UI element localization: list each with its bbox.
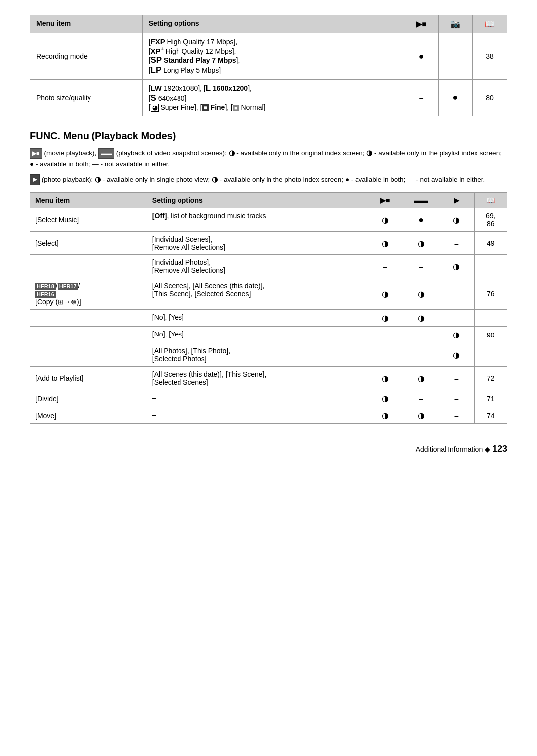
add-playlist-page: 72 bbox=[474, 367, 507, 390]
recording-mode-table: Menu item Setting options ▶■ 📷 📖 Recordi bbox=[30, 15, 507, 116]
pb-table-header-settings: Setting options bbox=[147, 193, 367, 208]
footer-diamond: ◆ bbox=[485, 445, 490, 453]
menu-item-recording-mode: Recording mode bbox=[30, 33, 143, 80]
copy-allscenes-col3: – bbox=[439, 278, 474, 310]
photo-size-page: 80 bbox=[473, 80, 507, 116]
select-scenes-col1: ◑ bbox=[367, 232, 403, 255]
recording-table-header-col1: ▶■ bbox=[404, 15, 439, 33]
menu-item-select: [Select] bbox=[30, 232, 147, 255]
recording-table-header-menu: Menu item bbox=[30, 15, 143, 33]
camera-icon: 📷 bbox=[450, 20, 460, 28]
recording-mode-page: 38 bbox=[473, 33, 507, 80]
menu-item-hfr-copy: HFR18/HFR17/ HFR16 [Copy (⊞→⊛)] bbox=[30, 278, 147, 310]
hfr17-badge: HFR17 bbox=[58, 283, 78, 290]
select-photos-col3: ◑ bbox=[439, 255, 474, 278]
move-page: 74 bbox=[474, 407, 507, 424]
func-menu-desc2: ▶ (photo playback): ◑ - available only i… bbox=[30, 174, 507, 185]
copy-noyes1-col1: ◑ bbox=[367, 310, 403, 327]
pb-table-header-menu: Menu item bbox=[30, 193, 147, 208]
setting-options-recording-mode: [FXP High Quality 17 Mbps], [XP+ High Qu… bbox=[142, 33, 404, 80]
menu-item-select-photos bbox=[30, 255, 147, 278]
book-icon: 📖 bbox=[485, 20, 495, 28]
copy-allscenes-page: 76 bbox=[474, 278, 507, 310]
setting-options-select-music: [Off], list of background music tracks bbox=[147, 208, 367, 232]
table-row: [No], [Yes] ◑ ◑ – bbox=[30, 310, 507, 327]
footer: Additional Information ◆ 123 bbox=[30, 444, 507, 454]
table-row: HFR18/HFR17/ HFR16 [Copy (⊞→⊛)] [All Sce… bbox=[30, 278, 507, 310]
pb-table-header-col1: ▶■ bbox=[367, 193, 403, 208]
menu-item-all-photos bbox=[30, 343, 147, 367]
select-scenes-col2: ◑ bbox=[403, 232, 439, 255]
setting-options-all-photos: [All Photos], [This Photo],[Selected Pho… bbox=[147, 343, 367, 367]
select-music-page: 69,86 bbox=[474, 208, 507, 232]
footer-page: 123 bbox=[492, 444, 507, 454]
all-photos-col2: – bbox=[403, 343, 439, 367]
video-snapshot-icon: ▬▬ bbox=[98, 148, 114, 159]
movie-playback-icon: ▶■ bbox=[30, 148, 42, 159]
table-row: [Select Music] [Off], list of background… bbox=[30, 208, 507, 232]
setting-options-select-scenes: [Individual Scenes],[Remove All Selectio… bbox=[147, 232, 367, 255]
photo-playback-icon: ▶ bbox=[30, 174, 40, 185]
menu-item-move: [Move] bbox=[30, 407, 147, 424]
setting-options-divide: – bbox=[147, 390, 367, 407]
table-row: [All Photos], [This Photo],[Selected Pho… bbox=[30, 343, 507, 367]
add-playlist-col3: – bbox=[439, 367, 474, 390]
header-setting-options-label: Setting options bbox=[149, 19, 199, 27]
divide-col1: ◑ bbox=[367, 390, 403, 407]
divide-col2: – bbox=[403, 390, 439, 407]
recording-mode-col1: ● bbox=[404, 33, 439, 80]
menu-item-divide: [Divide] bbox=[30, 390, 147, 407]
move-col2: ◑ bbox=[403, 407, 439, 424]
photo-size-col2: ● bbox=[439, 80, 473, 116]
select-photos-col2: – bbox=[403, 255, 439, 278]
copy-noyes1-col3: – bbox=[439, 310, 474, 327]
table-row: [Add to Playlist] [All Scenes (this date… bbox=[30, 367, 507, 390]
setting-options-select-photos: [Individual Photos],[Remove All Selectio… bbox=[147, 255, 367, 278]
copy-noyes2-col2: – bbox=[403, 327, 439, 343]
book-pb-icon: 📖 bbox=[486, 196, 495, 204]
menu-item-copy-noyes1 bbox=[30, 310, 147, 327]
select-photos-page bbox=[474, 255, 507, 278]
setting-options-photo-size: [LW 1920x1080], [L 1600x1200], [S 640x48… bbox=[142, 80, 404, 116]
divide-page: 71 bbox=[474, 390, 507, 407]
select-music-col3: ◑ bbox=[439, 208, 474, 232]
pb-header-menu-label: Menu item bbox=[35, 196, 70, 204]
movie-pb-icon: ▶■ bbox=[380, 196, 390, 204]
setting-options-copy-noyes2: [No], [Yes] bbox=[147, 327, 367, 343]
setting-options-copy-noyes1: [No], [Yes] bbox=[147, 310, 367, 327]
move-col3: – bbox=[439, 407, 474, 424]
recording-mode-col2: – bbox=[439, 33, 473, 80]
all-photos-col1: – bbox=[367, 343, 403, 367]
func-menu-title: FUNC. Menu (Playback Modes) bbox=[30, 130, 507, 142]
table-row: [Individual Photos],[Remove All Selectio… bbox=[30, 255, 507, 278]
setting-options-copy-allscenes: [All Scenes], [All Scenes (this date)],[… bbox=[147, 278, 367, 310]
all-photos-page bbox=[474, 343, 507, 367]
divide-col3: – bbox=[439, 390, 474, 407]
recording-table-header-col3: 📖 bbox=[473, 15, 507, 33]
pb-table-header-col2: ▬▬ bbox=[403, 193, 439, 208]
setting-options-add-playlist: [All Scenes (this date)], [This Scene],[… bbox=[147, 367, 367, 390]
recording-table-header-col2: 📷 bbox=[439, 15, 473, 33]
copy-noyes1-page bbox=[474, 310, 507, 327]
setting-options-move: – bbox=[147, 407, 367, 424]
copy-noyes2-col1: – bbox=[367, 327, 403, 343]
menu-item-copy-noyes2 bbox=[30, 327, 147, 343]
pb-table-header-col4: 📖 bbox=[474, 193, 507, 208]
menu-item-add-playlist: [Add to Playlist] bbox=[30, 367, 147, 390]
table-row: [Select] [Individual Scenes],[Remove All… bbox=[30, 232, 507, 255]
table-row: Recording mode [FXP High Quality 17 Mbps… bbox=[30, 33, 507, 80]
hfr18-badge: HFR18 bbox=[35, 283, 56, 290]
select-photos-col1: – bbox=[367, 255, 403, 278]
all-photos-col3: ◑ bbox=[439, 343, 474, 367]
copy-noyes2-col3: ◑ bbox=[439, 327, 474, 343]
photo-pb-icon: ▶ bbox=[454, 196, 459, 204]
table-row: [Divide] – ◑ – – 71 bbox=[30, 390, 507, 407]
header-menu-item-label: Menu item bbox=[36, 19, 71, 27]
table-row: Photo size/quality [LW 1920x1080], [L 16… bbox=[30, 80, 507, 116]
copy-noyes2-page: 90 bbox=[474, 327, 507, 343]
select-music-col2: ● bbox=[403, 208, 439, 232]
table-row: [No], [Yes] – – ◑ 90 bbox=[30, 327, 507, 343]
movie-record-icon: ▶■ bbox=[416, 20, 427, 28]
menu-item-select-music: [Select Music] bbox=[30, 208, 147, 232]
copy-allscenes-col2: ◑ bbox=[403, 278, 439, 310]
